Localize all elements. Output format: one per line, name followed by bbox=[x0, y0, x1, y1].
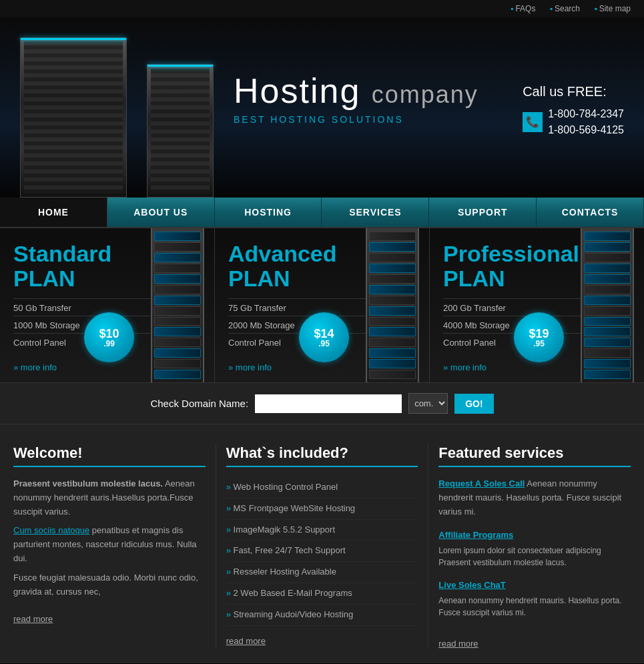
list-item: 2 Web Based E-Mail Programs bbox=[226, 583, 418, 605]
list-item: Fast, Free 24/7 Tech Support bbox=[226, 541, 418, 562]
main-nav: HOME ABOUT US HOSTING SERVICES SUPPORT C… bbox=[0, 198, 644, 228]
included-item-0[interactable]: Web Hosting Control Panel bbox=[234, 482, 338, 492]
site-title: Hosting company bbox=[234, 71, 478, 111]
included-item-5[interactable]: 2 Web Based E-Mail Programs bbox=[234, 588, 352, 598]
featured-title: Featured services bbox=[438, 444, 631, 467]
featured-body: Request A Soles Call Aenean nonummy hend… bbox=[438, 477, 631, 619]
nav-services[interactable]: SERVICES bbox=[322, 198, 429, 227]
domain-label: Check Domain Name: bbox=[150, 398, 248, 409]
plan-professional: Professional PLAN 200 Gb Transfer 4000 M… bbox=[430, 228, 644, 382]
featured-item-1: Affiliate Programs Lorem ipsum dolor sit… bbox=[438, 529, 631, 569]
included-item-6[interactable]: Streaming Audoi/Video Hosting bbox=[234, 609, 354, 619]
included-read-more[interactable]: read more bbox=[226, 636, 266, 646]
included-title: What`s included? bbox=[226, 444, 418, 467]
header: Hosting company BEST HOSTING SOLUTIONS C… bbox=[0, 17, 644, 198]
plan-advanced-more-link[interactable]: more info bbox=[228, 362, 272, 372]
included-item-4[interactable]: Resseler Hosting Available bbox=[234, 567, 336, 577]
plans-section: Standard PLAN 50 Gb Transfer 1000 Mb Sto… bbox=[0, 228, 644, 382]
faqs-link[interactable]: ▪FAQs bbox=[511, 4, 535, 13]
plan-advanced: Advanced PLAN 75 Gb Transfer 2000 Mb Sto… bbox=[215, 228, 430, 382]
server-image-main bbox=[20, 37, 127, 198]
included-item-3[interactable]: Fast, Free 24/7 Tech Support bbox=[234, 545, 346, 555]
rack-decoration-professional bbox=[571, 228, 644, 382]
sitemap-link[interactable]: ▪Site map bbox=[594, 4, 631, 13]
featured-read-more[interactable]: read more bbox=[438, 639, 478, 649]
tagline: BEST HOSTING SOLUTIONS bbox=[234, 114, 478, 125]
rack-decoration-advanced bbox=[356, 228, 429, 382]
call-label: Call us FREE: bbox=[523, 84, 624, 99]
header-servers bbox=[0, 37, 220, 198]
plan-standard: Standard PLAN 50 Gb Transfer 1000 Mb Sto… bbox=[0, 228, 215, 382]
featured-item-2-desc: Aenean nonummy hendrerit mauris. Hasellu… bbox=[438, 595, 631, 619]
welcome-link[interactable]: Cum sociis natoque bbox=[13, 525, 89, 535]
list-item: ImageMagik 5.5.2 Support bbox=[226, 520, 418, 541]
plan-professional-price: $19 .95 bbox=[514, 312, 564, 362]
welcome-read-more[interactable]: read more bbox=[13, 614, 53, 624]
included-list: Web Hosting Control Panel MS Frontpage W… bbox=[226, 477, 418, 626]
plan-standard-more-link[interactable]: more info bbox=[13, 362, 57, 372]
list-item: MS Frontpage WebSite Hosting bbox=[226, 499, 418, 520]
featured-item-0-title[interactable]: Request A Soles Call bbox=[438, 478, 525, 488]
plan-advanced-price: $14 .95 bbox=[299, 312, 349, 362]
featured-item-2-title[interactable]: Live Soles ChaT bbox=[438, 580, 505, 590]
domain-extension-select[interactable]: com. bbox=[408, 393, 448, 414]
featured-item-1-desc: Lorem ipsum dolor sit consectetuer adipi… bbox=[438, 545, 631, 569]
phone2: 1-800-569-4125 bbox=[548, 122, 624, 138]
call-us-section: Call us FREE: 📞 1-800-784-2347 1-800-569… bbox=[523, 84, 624, 138]
welcome-para3: Fusce feugiat malesuada odio. Morbi nunc… bbox=[13, 571, 206, 599]
top-bar: ▪FAQs ▪Search ▪Site map bbox=[0, 0, 644, 17]
header-text: Hosting company BEST HOSTING SOLUTIONS bbox=[234, 71, 478, 125]
welcome-body: Praesent vestibulum molestie lacus. Aene… bbox=[13, 477, 206, 599]
server-image-secondary bbox=[147, 64, 214, 198]
featured-item-1-title[interactable]: Affiliate Programs bbox=[438, 530, 513, 540]
phone-numbers: 1-800-784-2347 1-800-569-4125 bbox=[548, 106, 624, 138]
welcome-para1: Praesent vestibulum molestie lacus. Aene… bbox=[13, 477, 206, 519]
nav-about[interactable]: ABOUT US bbox=[107, 198, 215, 227]
plan-professional-more-link[interactable]: more info bbox=[443, 362, 487, 372]
search-link[interactable]: ▪Search bbox=[550, 4, 580, 13]
welcome-title: Welcome! bbox=[13, 444, 206, 467]
list-item: Resseler Hosting Available bbox=[226, 562, 418, 583]
featured-item-0: Request A Soles Call Aenean nonummy hend… bbox=[438, 477, 631, 519]
content-section: Welcome! Praesent vestibulum molestie la… bbox=[0, 424, 644, 662]
nav-support[interactable]: SUPPORT bbox=[429, 198, 537, 227]
rack-decoration-standard bbox=[141, 228, 214, 382]
list-item: Web Hosting Control Panel bbox=[226, 477, 418, 499]
nav-hosting[interactable]: HOSTING bbox=[215, 198, 322, 227]
included-item-1[interactable]: MS Frontpage WebSite Hosting bbox=[234, 503, 356, 513]
domain-go-button[interactable]: GO! bbox=[454, 394, 493, 414]
nav-home[interactable]: HOME bbox=[0, 198, 107, 227]
featured-item-2: Live Soles ChaT Aenean nonummy hendrerit… bbox=[438, 579, 631, 619]
phone-icon: 📞 bbox=[523, 112, 543, 132]
included-body: Web Hosting Control Panel MS Frontpage W… bbox=[226, 477, 418, 626]
nav-contacts[interactable]: CONTACTS bbox=[537, 198, 644, 227]
domain-search-bar: Check Domain Name: com. GO! bbox=[0, 382, 644, 424]
featured-column: Featured services Request A Soles Call A… bbox=[428, 444, 631, 649]
welcome-column: Welcome! Praesent vestibulum molestie la… bbox=[13, 444, 216, 649]
welcome-para2: Cum sociis natoque penatibus et magnis d… bbox=[13, 524, 206, 565]
phone1: 1-800-784-2347 bbox=[548, 106, 624, 122]
included-item-2[interactable]: ImageMagik 5.5.2 Support bbox=[234, 525, 335, 535]
list-item: Streaming Audoi/Video Hosting bbox=[226, 605, 418, 626]
plan-standard-price: $10 .99 bbox=[84, 312, 134, 362]
domain-input[interactable] bbox=[255, 394, 402, 413]
included-column: What`s included? Web Hosting Control Pan… bbox=[216, 444, 429, 649]
